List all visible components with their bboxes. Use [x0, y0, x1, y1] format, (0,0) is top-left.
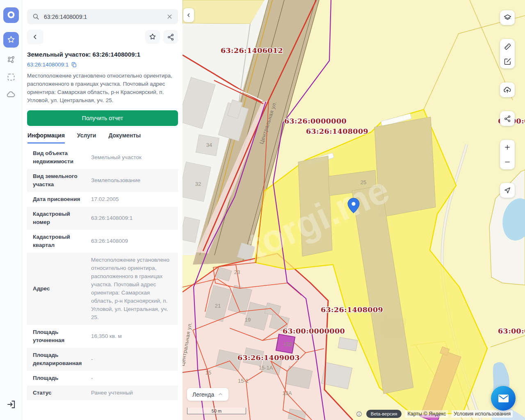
- upload-control[interactable]: [500, 82, 515, 97]
- info-row-value: Местоположение установлено относительно …: [87, 256, 172, 322]
- layers-icon: [503, 14, 512, 22]
- house-number: 19: [245, 317, 251, 323]
- chat-button[interactable]: [491, 386, 516, 411]
- app-logo[interactable]: [3, 7, 19, 23]
- cadastral-label: 63:26:1408009: [306, 127, 368, 135]
- share-map-button[interactable]: [500, 111, 515, 126]
- layers-button[interactable]: [500, 10, 515, 25]
- details-panel: Земельный участок: 63:26:1408009:1 63:26…: [22, 0, 183, 420]
- clear-search-icon[interactable]: [166, 13, 173, 20]
- cadastral-label: 63:26:1408009: [321, 306, 383, 314]
- tab-information[interactable]: Информация: [27, 132, 65, 144]
- info-row-label: Вид объекта недвижимости: [33, 149, 87, 166]
- star-icon: [7, 35, 16, 44]
- info-row-label: Площадь: [33, 374, 87, 382]
- plus-icon: [504, 144, 511, 151]
- map-copyright: Карты © Яндекс: [405, 410, 448, 418]
- zoom-out-button[interactable]: [500, 155, 515, 169]
- collapse-panel-button[interactable]: [183, 8, 194, 22]
- info-row-value: -: [87, 355, 172, 363]
- info-row-label: Кадастровый номер: [33, 210, 87, 226]
- cadastral-number-link[interactable]: 63:26:1408009:1: [27, 62, 68, 68]
- scale-label: 50 m: [212, 409, 221, 413]
- info-row-value: Землепользование: [87, 176, 172, 185]
- table-row: Площадь декларированная -: [27, 348, 178, 371]
- envelope-icon: [498, 394, 509, 403]
- table-row: Дата присвоения 17.02.2005: [27, 192, 178, 207]
- tab-services[interactable]: Услуги: [77, 132, 96, 144]
- table-row: Адрес Местоположение установлено относит…: [27, 253, 178, 325]
- zoom-control: [500, 140, 515, 169]
- house-number: 21: [215, 303, 221, 309]
- share-button[interactable]: [163, 30, 178, 44]
- house-number: 15-1А: [259, 365, 273, 371]
- icon-rail: [0, 0, 22, 420]
- chevron-left-icon: [32, 33, 39, 41]
- house-number: 32: [195, 181, 201, 187]
- copy-icon[interactable]: [71, 62, 77, 68]
- info-row-label: Площадь уточненная: [33, 328, 87, 345]
- info-row-label: Кадастровый квартал: [33, 233, 87, 249]
- table-row: Площадь уточненная 16,350 кв. м: [27, 325, 178, 348]
- share-map-control[interactable]: [500, 111, 515, 126]
- login-icon: [6, 399, 16, 410]
- legend-button[interactable]: Легенда: [187, 388, 228, 401]
- info-icon[interactable]: [356, 411, 363, 418]
- terms-of-use-link[interactable]: Условия использования: [452, 410, 513, 418]
- minus-icon: [504, 158, 511, 166]
- cadastral-label: 63:00:0000000: [498, 327, 525, 335]
- table-row: Кадастровый номер 63:26:1408009:1: [27, 207, 178, 230]
- cadastral-label: 63:26:1406012: [221, 46, 283, 55]
- info-row-value: 16,350 кв. м: [87, 332, 172, 340]
- back-button[interactable]: [27, 30, 43, 44]
- share-icon: [504, 115, 511, 123]
- info-row-value: Ранее учтенный: [87, 389, 172, 397]
- page-title: Земельный участок: 63:26:1408009:1: [27, 51, 178, 58]
- ruler-button[interactable]: [500, 39, 515, 54]
- sidebar-item-login[interactable]: [5, 399, 17, 410]
- get-report-button[interactable]: Получить отчет: [27, 110, 178, 126]
- sidebar-item-favorites[interactable]: [3, 32, 19, 48]
- zoom-in-button[interactable]: [500, 140, 515, 155]
- house-number: 23: [234, 269, 240, 275]
- info-row-label: Адрес: [33, 285, 87, 293]
- search-input[interactable]: [44, 14, 166, 20]
- tab-documents[interactable]: Документы: [108, 132, 141, 144]
- cadastral-label: 63:26:1409003: [237, 354, 300, 362]
- locate-control[interactable]: [500, 183, 515, 198]
- map-canvas[interactable]: torgi.me Центральная ул. Центральная ул.…: [183, 0, 525, 420]
- search-bar[interactable]: [27, 9, 178, 24]
- table-row: Кадастровый квартал 63:26:1408009: [27, 230, 178, 253]
- info-row-value: -: [87, 374, 172, 382]
- locate-button[interactable]: [500, 183, 515, 198]
- sidebar-item-polygon[interactable]: [5, 54, 17, 66]
- info-row-value: Земельный участок: [87, 153, 172, 162]
- info-row-label: Статус: [33, 389, 87, 397]
- table-row: Вид объекта недвижимости Земельный участ…: [27, 146, 178, 169]
- sidebar-item-select-area[interactable]: [5, 71, 17, 83]
- star-outline-icon: [148, 33, 157, 41]
- cloud-upload-button[interactable]: [500, 82, 515, 97]
- info-row-value: 63:26:1408009: [87, 237, 172, 245]
- cloud-upload-icon: [503, 85, 512, 94]
- favorite-button[interactable]: [145, 30, 160, 44]
- table-row: Статус Ранее учтенный: [27, 386, 178, 400]
- cadastral-label: 63:26:0000000: [284, 117, 347, 125]
- house-number: 15: [205, 370, 211, 376]
- search-icon: [32, 13, 40, 21]
- sidebar-item-cloud[interactable]: [5, 89, 17, 100]
- house-number: 15-1: [238, 378, 249, 384]
- info-row-label: Вид земельного участка: [33, 172, 87, 189]
- cloud-icon: [6, 89, 16, 100]
- chevron-left-icon: [186, 12, 192, 18]
- layers-control[interactable]: [500, 10, 515, 25]
- house-number: 15В: [283, 341, 292, 347]
- measure-edit-control: [500, 39, 515, 68]
- edit-button[interactable]: [500, 54, 515, 68]
- object-header: [27, 30, 178, 44]
- map-layers: torgi.me Центральная ул. Центральная ул.…: [183, 0, 525, 420]
- logo-a-icon: [7, 11, 16, 20]
- object-description: Местоположение установлено относительно …: [27, 72, 178, 105]
- table-row: Вид земельного участка Землепользование: [27, 169, 178, 192]
- cadastral-number-link-row: 63:26:1408009:1: [27, 62, 178, 68]
